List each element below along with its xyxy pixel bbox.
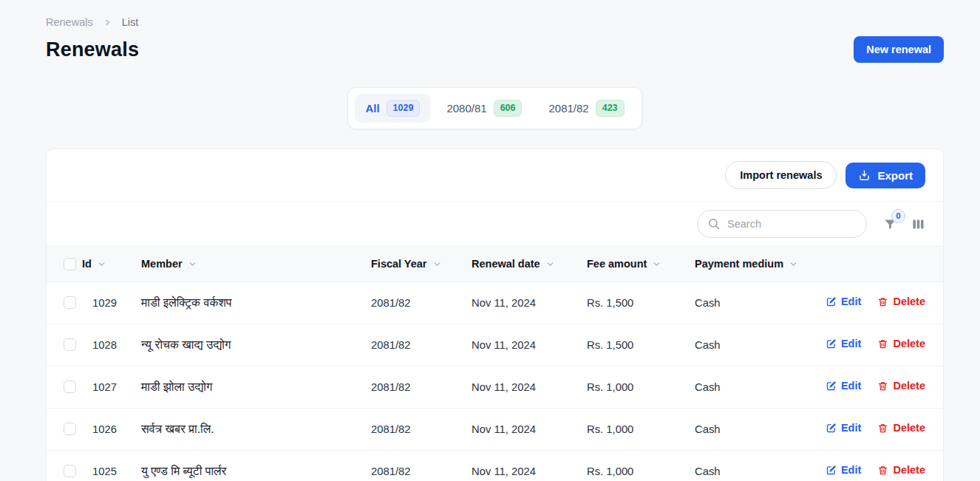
sort-chevron-icon: [188, 259, 197, 269]
row-checkbox[interactable]: [64, 296, 76, 309]
edit-button-label: Edit: [841, 338, 861, 349]
search-icon: [707, 217, 721, 231]
edit-button[interactable]: Edit: [826, 296, 861, 307]
cell-member: माडी झोला उद्योग: [141, 366, 371, 408]
cell-fiscal-year: 2081/82: [371, 324, 472, 366]
cell-fee-amount: Rs. 1,500: [587, 282, 695, 324]
search-input[interactable]: [727, 218, 857, 230]
tab-all-label: All: [365, 102, 379, 115]
delete-button-label: Delete: [893, 296, 925, 307]
tab-all-count-badge: 1029: [387, 100, 421, 117]
delete-trash-icon: [877, 465, 888, 476]
cell-renewal-date: Nov 11, 2024: [472, 408, 587, 450]
tab-2081-82[interactable]: 2081/82 423: [538, 94, 634, 123]
export-button-label: Export: [877, 169, 913, 182]
sort-chevron-icon: [652, 259, 661, 269]
renewals-table-card: Import renewals Export 0: [46, 149, 944, 481]
breadcrumb-renewals[interactable]: Renewals: [46, 16, 93, 28]
edit-pencil-icon: [826, 465, 837, 476]
breadcrumb-list[interactable]: List: [122, 16, 139, 28]
delete-button[interactable]: Delete: [877, 422, 925, 434]
edit-pencil-icon: [826, 423, 837, 434]
column-header-renewal-date[interactable]: Renewal date: [472, 247, 587, 282]
delete-trash-icon: [877, 338, 888, 349]
row-checkbox[interactable]: [64, 338, 76, 351]
edit-button[interactable]: Edit: [826, 380, 861, 392]
column-header-fiscal-year[interactable]: Fiscal Year: [371, 247, 472, 282]
sort-chevron-icon: [789, 259, 798, 269]
breadcrumb: Renewals List: [46, 16, 944, 28]
tab-2080-81-label: 2080/81: [446, 102, 486, 115]
cell-fiscal-year: 2081/82: [371, 366, 472, 408]
search-row: 0: [47, 202, 943, 247]
delete-button-label: Delete: [893, 338, 925, 349]
column-header-actions: [821, 247, 943, 282]
cell-renewal-date: Nov 11, 2024: [472, 282, 587, 324]
tab-2080-81[interactable]: 2080/81 606: [436, 94, 532, 123]
filter-button[interactable]: 0: [883, 217, 897, 231]
cell-id: 1029: [82, 282, 141, 324]
cell-payment-medium: Cash: [695, 324, 821, 366]
tabs-wrap: All 1029 2080/81 606 2081/82 423: [46, 87, 944, 129]
row-checkbox[interactable]: [64, 381, 76, 393]
renewals-table: Id Member Fiscal Year Renewal date: [47, 247, 943, 481]
title-row: Renewals New renewal: [46, 36, 944, 63]
edit-button[interactable]: Edit: [826, 422, 861, 434]
cell-fee-amount: Rs. 1,000: [587, 408, 695, 450]
import-renewals-button[interactable]: Import renewals: [725, 161, 837, 189]
column-header-fee-amount[interactable]: Fee amount: [587, 247, 695, 282]
columns-button[interactable]: [911, 217, 925, 231]
delete-button[interactable]: Delete: [877, 338, 925, 349]
search-box[interactable]: [697, 210, 867, 238]
cell-fee-amount: Rs. 1,500: [587, 324, 695, 366]
edit-button[interactable]: Edit: [826, 464, 861, 476]
table-row: 1025 यु एण्ड मि ब्यूटी पार्लर 2081/82 No…: [47, 450, 943, 481]
row-checkbox[interactable]: [64, 423, 76, 435]
cell-fiscal-year: 2081/82: [371, 408, 472, 450]
new-renewal-button[interactable]: New renewal: [854, 36, 944, 63]
delete-button-label: Delete: [893, 464, 925, 476]
cell-member: माडी इलेक्ट्रिक वर्कशप: [141, 282, 371, 324]
cell-fiscal-year: 2081/82: [371, 282, 472, 324]
breadcrumb-chevron-icon: [103, 18, 112, 27]
column-header-payment-medium[interactable]: Payment medium: [695, 247, 821, 282]
sort-chevron-icon: [97, 259, 106, 269]
delete-button[interactable]: Delete: [877, 380, 925, 392]
edit-button-label: Edit: [841, 296, 861, 307]
select-all-checkbox[interactable]: [64, 258, 76, 270]
export-button[interactable]: Export: [845, 163, 925, 188]
delete-button[interactable]: Delete: [877, 464, 925, 476]
delete-button-label: Delete: [893, 422, 925, 434]
column-header-id[interactable]: Id: [82, 247, 141, 282]
edit-button-label: Edit: [841, 464, 861, 476]
cell-fee-amount: Rs. 1,000: [587, 450, 695, 481]
tab-all[interactable]: All 1029: [355, 94, 430, 123]
cell-member: यु एण्ड मि ब्यूटी पार्लर: [141, 450, 371, 481]
fiscal-year-tabs: All 1029 2080/81 606 2081/82 423: [347, 87, 642, 129]
delete-button[interactable]: Delete: [877, 296, 925, 307]
table-row: 1026 सर्वत्र खबर प्रा.लि. 2081/82 Nov 11…: [47, 408, 943, 450]
table-row: 1028 न्यू रोचक खाद्य उद्योग 2081/82 Nov …: [47, 324, 943, 366]
card-toolbar: Import renewals Export: [47, 149, 943, 202]
delete-button-label: Delete: [893, 380, 925, 392]
cell-fee-amount: Rs. 1,000: [587, 366, 695, 408]
edit-pencil-icon: [826, 338, 837, 349]
cell-member: न्यू रोचक खाद्य उद्योग: [141, 324, 371, 366]
columns-icon: [911, 217, 925, 231]
cell-id: 1026: [82, 408, 141, 450]
cell-renewal-date: Nov 11, 2024: [472, 366, 587, 408]
export-download-icon: [858, 169, 871, 182]
edit-button[interactable]: Edit: [826, 338, 861, 349]
row-checkbox[interactable]: [64, 465, 76, 477]
cell-payment-medium: Cash: [695, 408, 821, 450]
cell-fiscal-year: 2081/82: [371, 450, 472, 481]
sort-chevron-icon: [545, 259, 555, 269]
cell-id: 1027: [82, 366, 141, 408]
column-header-member[interactable]: Member: [141, 247, 371, 282]
filter-count-badge: 0: [891, 209, 905, 223]
cell-payment-medium: Cash: [695, 450, 821, 481]
edit-button-label: Edit: [841, 380, 861, 392]
table-row: 1029 माडी इलेक्ट्रिक वर्कशप 2081/82 Nov …: [47, 282, 943, 324]
sort-chevron-icon: [432, 259, 442, 269]
page-title: Renewals: [46, 38, 139, 61]
